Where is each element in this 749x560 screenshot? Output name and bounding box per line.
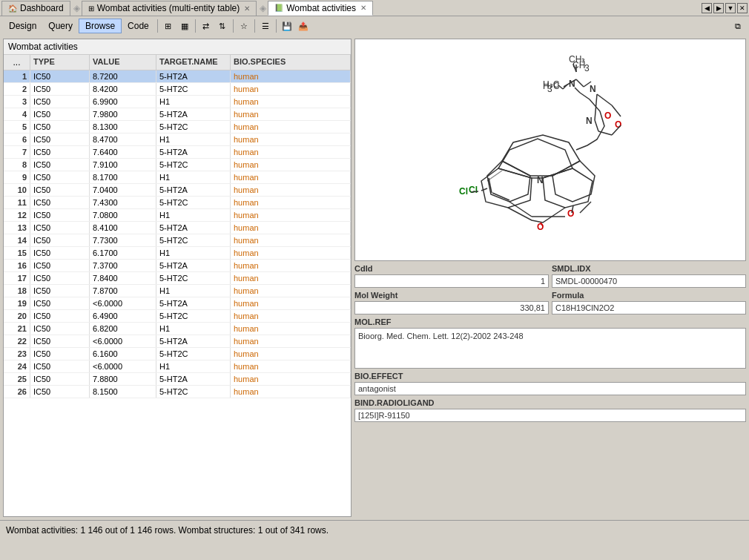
table-row[interactable]: 24 IC50 <6.0000 H1 human: [4, 360, 351, 373]
table-row[interactable]: 26 IC50 8.1500 5-HT2C human: [4, 386, 351, 398]
molweight-value[interactable]: 330,81: [354, 301, 549, 314]
table-row[interactable]: 4 IC50 7.9800 5-HT2A human: [4, 108, 351, 121]
row-target: H1: [156, 247, 231, 259]
row-species: human: [231, 222, 351, 234]
svg-line-15: [595, 120, 598, 131]
table-row[interactable]: 14 IC50 7.7300 5-HT2C human: [4, 234, 351, 247]
row-target: H1: [156, 285, 231, 297]
sort-desc-btn[interactable]: ⇅: [214, 18, 231, 34]
table-row[interactable]: 9 IC50 8.1700 H1 human: [4, 171, 351, 184]
table-row[interactable]: 10 IC50 7.0400 5-HT2A human: [4, 184, 351, 197]
row-species: human: [231, 323, 351, 335]
tab-wombat-multi-close[interactable]: ✕: [244, 4, 250, 13]
tab-wombat-multi[interactable]: ⊞ Wombat activities (multi-entity table)…: [82, 1, 257, 16]
table-row[interactable]: 21 IC50 6.8200 H1 human: [4, 323, 351, 335]
win-min-btn[interactable]: ▼: [725, 3, 736, 13]
table-row[interactable]: 18 IC50 7.8700 H1 human: [4, 285, 351, 297]
svg-line-40: [563, 85, 567, 89]
smdl-value[interactable]: SMDL-00000470: [552, 274, 746, 288]
row-species: human: [231, 348, 351, 360]
tab-wombat-activities-label: Wombat activities: [286, 3, 356, 13]
cdid-label: CdId: [354, 264, 549, 273]
table-row[interactable]: 3 IC50 6.9900 H1 human: [4, 96, 351, 108]
table-row[interactable]: 6 IC50 8.4700 H1 human: [4, 134, 351, 146]
table-row[interactable]: 20 IC50 6.4900 5-HT2C human: [4, 310, 351, 323]
table-row[interactable]: 2 IC50 8.4200 5-HT2C human: [4, 83, 351, 96]
row-value: 7.3700: [90, 260, 156, 271]
row-num: 10: [4, 184, 30, 196]
table-row[interactable]: 8 IC50 7.9100 5-HT2C human: [4, 159, 351, 171]
table-row[interactable]: 15 IC50 6.1700 H1 human: [4, 247, 351, 260]
svg-marker-18: [487, 161, 530, 202]
col-header-type: TYPE: [30, 55, 90, 70]
table-row[interactable]: 17 IC50 7.8400 5-HT2C human: [4, 272, 351, 285]
svg-line-42: [575, 88, 580, 93]
svg-line-6: [576, 79, 584, 87]
cdid-value[interactable]: 1: [354, 274, 549, 288]
svg-text:N: N: [569, 79, 575, 89]
table-row[interactable]: 5 IC50 8.1300 5-HT2C human: [4, 121, 351, 134]
table-row[interactable]: 13 IC50 8.4100 5-HT2A human: [4, 222, 351, 234]
bioeffect-value[interactable]: antagonist: [354, 382, 746, 395]
table-row[interactable]: 7 IC50 7.6400 5-HT2A human: [4, 146, 351, 159]
row-target: 5-HT2C: [156, 197, 231, 208]
row-target: 5-HT2A: [156, 260, 231, 271]
menu-design[interactable]: Design: [3, 19, 42, 33]
row-num: 7: [4, 146, 30, 158]
table-row[interactable]: 12 IC50 7.0800 H1 human: [4, 209, 351, 222]
win-prev-btn[interactable]: ◀: [702, 3, 712, 13]
table-row[interactable]: 23 IC50 6.1600 5-HT2C human: [4, 348, 351, 360]
formula-value[interactable]: C18H19ClN2O2: [552, 301, 746, 314]
row-type: IC50: [30, 348, 90, 360]
radioligand-value[interactable]: [125I]R-91150: [354, 409, 746, 422]
row-options-btn[interactable]: ...: [4, 55, 30, 70]
row-num: 25: [4, 373, 30, 385]
tab-wombat-activities[interactable]: 📗 Wombat activities ✕: [268, 1, 373, 16]
row-type: IC50: [30, 323, 90, 335]
tab-dashboard[interactable]: 🏠 Dashboard: [1, 1, 70, 16]
sort-asc-btn[interactable]: ⇄: [198, 18, 214, 34]
row-target: H1: [156, 360, 231, 372]
tab-wombat-activities-close[interactable]: ✕: [360, 4, 366, 12]
row-target: 5-HT2C: [156, 159, 231, 171]
bookmark-btn[interactable]: ☆: [236, 18, 252, 34]
molref-value[interactable]: Bioorg. Med. Chem. Lett. 12(2)-2002 243-…: [354, 328, 746, 369]
grid-view-btn[interactable]: ⊞: [160, 18, 176, 34]
export-btn[interactable]: 📤: [295, 18, 311, 34]
row-num: 5: [4, 121, 30, 133]
row-type: IC50: [30, 209, 90, 221]
table-row[interactable]: 25 IC50 7.8800 5-HT2A human: [4, 373, 351, 386]
row-target: 5-HT2C: [156, 386, 231, 398]
table-row[interactable]: 19 IC50 <6.0000 5-HT2A human: [4, 297, 351, 310]
row-value: 7.9100: [90, 159, 156, 171]
svg-text:O: O: [567, 208, 574, 219]
table-row[interactable]: 16 IC50 7.3700 5-HT2A human: [4, 260, 351, 272]
menu-query[interactable]: Query: [42, 19, 79, 33]
row-num: 6: [4, 134, 30, 145]
row-target: 5-HT2C: [156, 121, 231, 133]
form-view-btn[interactable]: ▦: [176, 18, 193, 34]
win-next-btn[interactable]: ▶: [713, 3, 724, 13]
row-species: human: [231, 171, 351, 183]
smdl-label: SMDL.IDX: [552, 264, 746, 273]
row-species: human: [231, 310, 351, 322]
smdl-group: SMDL.IDX SMDL-00000470: [552, 264, 746, 288]
maximize-btn[interactable]: ⧉: [730, 18, 746, 34]
row-species: human: [231, 70, 351, 82]
table-row[interactable]: 1 IC50 8.7200 5-HT2A human: [4, 70, 351, 83]
row-type: IC50: [30, 386, 90, 398]
menubar: Design Query Browse Code ⊞ ▦ ⇄ ⇅ ☆ ☰ 💾 📤…: [0, 16, 749, 36]
table-row[interactable]: 22 IC50 <6.0000 5-HT2A human: [4, 335, 351, 348]
row-target: 5-HT2A: [156, 335, 231, 347]
filter-list-btn[interactable]: ☰: [257, 18, 274, 34]
tab-wombat-multi-label: Wombat activities (multi-entity table): [97, 3, 240, 13]
menu-code[interactable]: Code: [122, 19, 155, 33]
save-btn[interactable]: 💾: [279, 18, 295, 34]
row-type: IC50: [30, 96, 90, 108]
win-close-btn[interactable]: ✕: [737, 3, 748, 13]
menu-browse[interactable]: Browse: [79, 19, 122, 33]
svg-text:N: N: [590, 84, 596, 94]
row-target: H1: [156, 171, 231, 183]
molweight-group: Mol Weight 330,81: [354, 291, 549, 314]
table-row[interactable]: 11 IC50 7.4300 5-HT2C human: [4, 197, 351, 209]
